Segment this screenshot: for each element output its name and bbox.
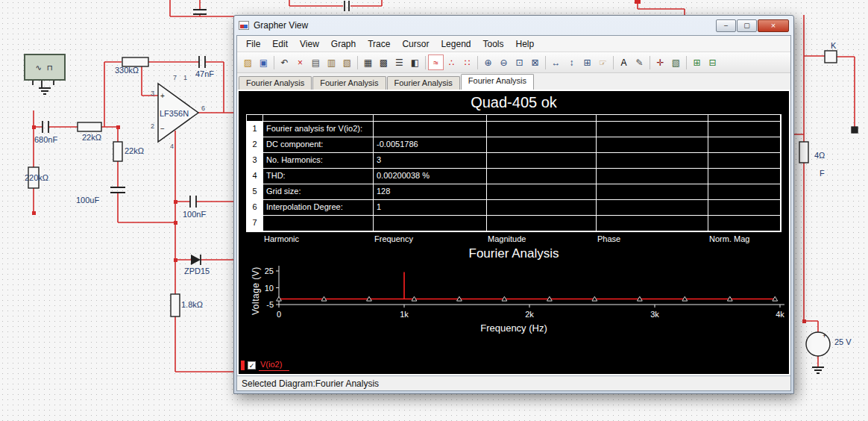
pin-4: 4 [170,143,174,150]
row-label: Interpolation Degree: [263,200,374,216]
label-cap-680n: 680nF [34,135,57,144]
copy-graph-icon[interactable]: ▥ [324,54,339,70]
tab-fourier-analysis-2[interactable]: Fourier Analysis [387,76,460,90]
paste-icon[interactable]: ▧ [339,54,355,70]
status-bar: Selected Diagram:Fourier Analysis [237,375,790,390]
zoom-horizontal-icon[interactable]: ↔ [548,54,564,70]
table-cell [708,216,781,231]
save-icon[interactable]: ▣ [256,54,271,70]
row-number: 6 [247,200,263,216]
menu-cursor[interactable]: Cursor [396,37,435,51]
legend-flag-icon [241,361,245,370]
table-cell [708,169,781,184]
chart-area: Fourier Analysis Voltage (V) 2510-501k2k… [239,243,789,374]
toolbar-separator [545,56,546,69]
copy-icon[interactable]: ▤ [308,54,324,70]
toolbar-separator [477,56,478,69]
menu-help[interactable]: Help [510,37,541,51]
menu-edit[interactable]: Edit [266,37,294,51]
label-resistor-1k8: 1.8kΩ [181,300,203,309]
table-cell [597,184,708,200]
svg-text:1k: 1k [400,310,409,319]
svg-text:10: 10 [265,284,274,293]
legend-checkbox[interactable]: ✓ [248,361,256,369]
label-resistor-330k: 330kΩ [115,66,139,75]
show-cursors-icon[interactable]: ✛ [652,54,668,70]
undo-icon[interactable]: ↶ [277,54,292,70]
footer-col-magnitude: Magnitude [486,234,596,243]
label-cap-47n: 47nF [195,69,214,78]
row-number: 2 [247,137,263,153]
close-button-icon[interactable]: × [758,19,789,32]
svg-text:0: 0 [277,310,281,319]
export-report-icon[interactable]: ▧ [668,54,684,70]
menu-trace[interactable]: Trace [362,37,396,51]
row-value: 128 [374,184,487,200]
row-value: 3 [374,153,487,169]
graph-properties-icon[interactable]: ◧ [407,54,423,70]
table-cell [487,122,597,137]
zoom-vertical-icon[interactable]: ↕ [564,54,579,70]
source-plus-mark: + [823,332,826,340]
grapher-view-window: Grapher View – ▢ × FileEditViewGraphTrac… [233,15,794,394]
menu-bar: FileEditViewGraphTraceCursorLegendToolsH… [237,36,790,52]
zoom-selection-icon[interactable]: ⊞ [579,54,595,70]
delete-icon[interactable]: × [292,54,308,70]
maximize-button-icon[interactable]: ▢ [737,19,757,32]
table-cell [708,122,781,137]
table-header-cell [247,115,263,122]
row-label: Grid size: [263,184,374,200]
opamp-minus-mark: − [160,125,165,133]
zoom-full-icon[interactable]: ⊠ [527,54,543,70]
menu-file[interactable]: File [240,37,266,51]
row-value: -0.0051786 [374,137,487,153]
table-cell [708,137,781,153]
show-trace-markers-icon[interactable]: ∴ [444,54,459,70]
overlay-traces-icon[interactable]: ≈ [428,54,444,70]
zoom-area-icon[interactable]: ⊡ [512,54,527,70]
tab-fourier-analysis-1[interactable]: Fourier Analysis [312,76,386,90]
opamp-plus-mark: + [160,92,165,100]
toolbar-separator [425,56,426,69]
pan-icon[interactable]: ☞ [595,54,611,70]
edit-properties-icon[interactable]: ✎ [632,54,647,70]
grid-properties-icon[interactable]: ▩ [376,54,391,70]
table-cell [597,122,708,137]
report-footer-columns: HarmonicFrequencyMagnitudePhaseNorm. Mag [246,232,781,243]
row-number: 3 [247,153,263,169]
toolbar-separator [650,56,650,69]
toolbar-separator [613,56,614,69]
footer-col-norm-mag: Norm. Mag [708,234,780,243]
zoom-out-icon[interactable]: ⊖ [496,54,512,70]
minimize-button-icon[interactable]: – [716,19,736,32]
table-header-cell [374,115,487,122]
show-trace-points-icon[interactable]: ∷ [459,54,475,70]
menu-graph[interactable]: Graph [325,37,362,51]
row-label: DC component: [263,137,374,153]
window-body: FileEditViewGraphTraceCursorLegendToolsH… [236,35,791,391]
export-to-csv-icon[interactable]: ⊟ [705,54,720,70]
menu-legend[interactable]: Legend [435,37,477,51]
text-annotation-icon[interactable]: A [616,54,632,70]
show-legend-icon[interactable]: ☰ [391,54,407,70]
tab-fourier-analysis-3[interactable]: Fourier Analysis [461,74,534,90]
menu-tools[interactable]: Tools [477,37,509,51]
row-value [374,122,487,137]
table-cell [597,153,708,169]
svg-text:3k: 3k [650,310,659,319]
zoom-in-icon[interactable]: ⊕ [480,54,496,70]
tab-fourier-analysis-0[interactable]: Fourier Analysis [239,76,312,90]
export-to-excel-icon[interactable]: ⊞ [689,54,705,70]
report-table: 1Fourier analysis for V(io2):2DC compone… [246,114,781,232]
menu-view[interactable]: View [294,37,325,51]
title-bar[interactable]: Grapher View – ▢ × [236,16,791,35]
show-grid-icon[interactable]: ▦ [360,54,376,70]
table-cell [487,216,597,231]
row-value: 1 [374,200,487,216]
x-axis-label: Frequency (Hz) [239,322,789,334]
row-number: 7 [247,216,263,231]
table-cell [487,200,597,216]
pin-2: 2 [151,122,154,130]
open-icon[interactable]: ▨ [240,54,256,70]
table-cell [597,137,708,153]
